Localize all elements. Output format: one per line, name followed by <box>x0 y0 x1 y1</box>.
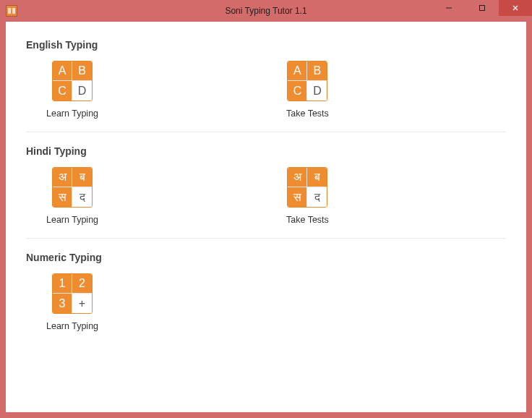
abcd-icon: A B C D <box>287 61 327 101</box>
numeric-learn-label: Learn Typing <box>46 321 98 331</box>
content: English Typing A B C D Learn Typing A <box>6 22 526 351</box>
window-controls <box>432 0 532 16</box>
hindi-letters-icon: अ ब स द <box>52 167 93 208</box>
section-numeric: 1 2 3 + Learn Typing <box>26 273 506 344</box>
abcd-icon: A B C D <box>52 61 93 101</box>
section-english: A B C D Learn Typing A B C D Ta <box>26 61 506 132</box>
section-title-numeric: Numeric Typing <box>26 252 506 263</box>
english-learn-label: Learn Typing <box>46 108 98 119</box>
english-learn-option[interactable]: A B C D Learn Typing <box>26 61 266 119</box>
svg-rect-0 <box>8 8 11 14</box>
hindi-test-option[interactable]: अ ब स द Take Tests <box>266 167 506 225</box>
maximize-button[interactable] <box>466 0 499 16</box>
svg-rect-1 <box>12 8 15 14</box>
section-hindi: अ ब स द Learn Typing अ ब स द Ta <box>26 167 506 239</box>
svg-rect-3 <box>480 6 485 11</box>
english-test-label: Take Tests <box>286 108 329 119</box>
titlebar: Soni Typing Tutor 1.1 <box>0 0 532 22</box>
app-icon <box>6 5 17 17</box>
hindi-letters-icon: अ ब स द <box>287 167 327 208</box>
section-title-english: English Typing <box>26 39 506 51</box>
close-button[interactable] <box>499 0 532 16</box>
hindi-learn-label: Learn Typing <box>46 215 98 225</box>
client-area: English Typing A B C D Learn Typing A <box>6 22 526 412</box>
minimize-button[interactable] <box>432 0 466 16</box>
section-title-hindi: Hindi Typing <box>26 145 506 157</box>
hindi-test-label: Take Tests <box>286 215 329 225</box>
hindi-learn-option[interactable]: अ ब स द Learn Typing <box>26 167 266 225</box>
numeric-learn-option[interactable]: 1 2 3 + Learn Typing <box>26 273 266 331</box>
numeric-keypad-icon: 1 2 3 + <box>52 273 93 314</box>
english-test-option[interactable]: A B C D Take Tests <box>266 61 506 119</box>
